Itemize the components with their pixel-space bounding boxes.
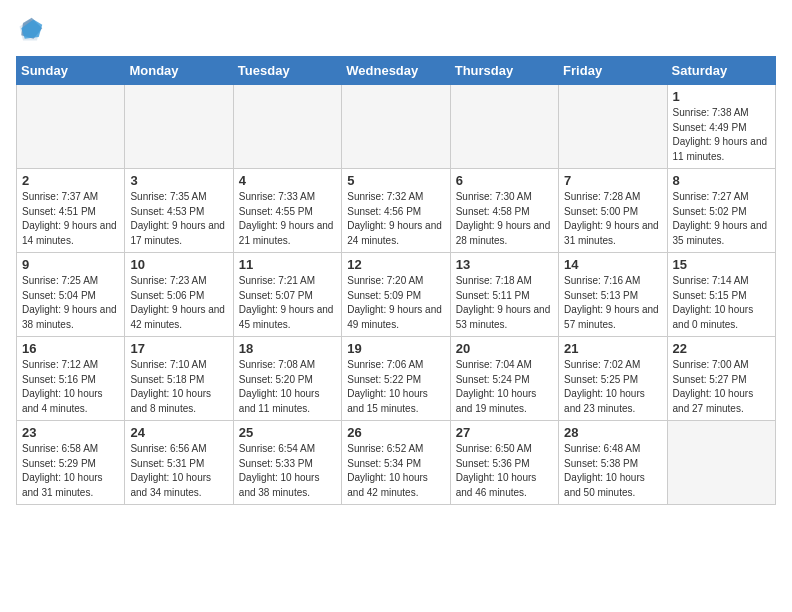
day-number: 21 — [564, 341, 661, 356]
day-number: 8 — [673, 173, 770, 188]
day-number: 15 — [673, 257, 770, 272]
day-number: 9 — [22, 257, 119, 272]
calendar-cell: 16Sunrise: 7:12 AM Sunset: 5:16 PM Dayli… — [17, 337, 125, 421]
calendar-cell: 24Sunrise: 6:56 AM Sunset: 5:31 PM Dayli… — [125, 421, 233, 505]
calendar-cell: 22Sunrise: 7:00 AM Sunset: 5:27 PM Dayli… — [667, 337, 775, 421]
calendar-cell: 11Sunrise: 7:21 AM Sunset: 5:07 PM Dayli… — [233, 253, 341, 337]
day-number: 14 — [564, 257, 661, 272]
calendar-cell: 3Sunrise: 7:35 AM Sunset: 4:53 PM Daylig… — [125, 169, 233, 253]
day-info: Sunrise: 7:25 AM Sunset: 5:04 PM Dayligh… — [22, 274, 119, 332]
calendar-cell: 6Sunrise: 7:30 AM Sunset: 4:58 PM Daylig… — [450, 169, 558, 253]
day-number: 19 — [347, 341, 444, 356]
day-info: Sunrise: 6:54 AM Sunset: 5:33 PM Dayligh… — [239, 442, 336, 500]
day-info: Sunrise: 7:00 AM Sunset: 5:27 PM Dayligh… — [673, 358, 770, 416]
calendar-cell: 12Sunrise: 7:20 AM Sunset: 5:09 PM Dayli… — [342, 253, 450, 337]
day-number: 23 — [22, 425, 119, 440]
calendar-cell: 26Sunrise: 6:52 AM Sunset: 5:34 PM Dayli… — [342, 421, 450, 505]
calendar-cell: 19Sunrise: 7:06 AM Sunset: 5:22 PM Dayli… — [342, 337, 450, 421]
day-number: 27 — [456, 425, 553, 440]
day-header-saturday: Saturday — [667, 57, 775, 85]
calendar-week-row: 16Sunrise: 7:12 AM Sunset: 5:16 PM Dayli… — [17, 337, 776, 421]
calendar-cell — [450, 85, 558, 169]
calendar-cell — [233, 85, 341, 169]
day-info: Sunrise: 7:20 AM Sunset: 5:09 PM Dayligh… — [347, 274, 444, 332]
calendar-cell: 25Sunrise: 6:54 AM Sunset: 5:33 PM Dayli… — [233, 421, 341, 505]
calendar-cell: 27Sunrise: 6:50 AM Sunset: 5:36 PM Dayli… — [450, 421, 558, 505]
day-header-tuesday: Tuesday — [233, 57, 341, 85]
calendar-header-row: SundayMondayTuesdayWednesdayThursdayFrid… — [17, 57, 776, 85]
day-info: Sunrise: 6:56 AM Sunset: 5:31 PM Dayligh… — [130, 442, 227, 500]
day-number: 20 — [456, 341, 553, 356]
day-info: Sunrise: 7:21 AM Sunset: 5:07 PM Dayligh… — [239, 274, 336, 332]
day-number: 12 — [347, 257, 444, 272]
day-number: 11 — [239, 257, 336, 272]
calendar-cell: 28Sunrise: 6:48 AM Sunset: 5:38 PM Dayli… — [559, 421, 667, 505]
day-info: Sunrise: 7:35 AM Sunset: 4:53 PM Dayligh… — [130, 190, 227, 248]
calendar-cell — [342, 85, 450, 169]
day-info: Sunrise: 7:28 AM Sunset: 5:00 PM Dayligh… — [564, 190, 661, 248]
day-number: 18 — [239, 341, 336, 356]
calendar-cell — [559, 85, 667, 169]
calendar-cell: 14Sunrise: 7:16 AM Sunset: 5:13 PM Dayli… — [559, 253, 667, 337]
calendar-week-row: 1Sunrise: 7:38 AM Sunset: 4:49 PM Daylig… — [17, 85, 776, 169]
logo-icon — [16, 16, 44, 44]
calendar-week-row: 9Sunrise: 7:25 AM Sunset: 5:04 PM Daylig… — [17, 253, 776, 337]
calendar-cell — [17, 85, 125, 169]
day-header-monday: Monday — [125, 57, 233, 85]
day-info: Sunrise: 7:18 AM Sunset: 5:11 PM Dayligh… — [456, 274, 553, 332]
day-info: Sunrise: 6:52 AM Sunset: 5:34 PM Dayligh… — [347, 442, 444, 500]
calendar-cell: 2Sunrise: 7:37 AM Sunset: 4:51 PM Daylig… — [17, 169, 125, 253]
calendar-cell: 8Sunrise: 7:27 AM Sunset: 5:02 PM Daylig… — [667, 169, 775, 253]
day-header-thursday: Thursday — [450, 57, 558, 85]
calendar-cell: 7Sunrise: 7:28 AM Sunset: 5:00 PM Daylig… — [559, 169, 667, 253]
day-info: Sunrise: 7:33 AM Sunset: 4:55 PM Dayligh… — [239, 190, 336, 248]
day-info: Sunrise: 7:27 AM Sunset: 5:02 PM Dayligh… — [673, 190, 770, 248]
calendar-cell — [125, 85, 233, 169]
day-info: Sunrise: 7:30 AM Sunset: 4:58 PM Dayligh… — [456, 190, 553, 248]
day-number: 28 — [564, 425, 661, 440]
day-header-sunday: Sunday — [17, 57, 125, 85]
day-number: 13 — [456, 257, 553, 272]
day-number: 17 — [130, 341, 227, 356]
day-info: Sunrise: 6:58 AM Sunset: 5:29 PM Dayligh… — [22, 442, 119, 500]
day-header-friday: Friday — [559, 57, 667, 85]
day-info: Sunrise: 7:14 AM Sunset: 5:15 PM Dayligh… — [673, 274, 770, 332]
day-info: Sunrise: 7:02 AM Sunset: 5:25 PM Dayligh… — [564, 358, 661, 416]
calendar-cell: 23Sunrise: 6:58 AM Sunset: 5:29 PM Dayli… — [17, 421, 125, 505]
calendar-week-row: 23Sunrise: 6:58 AM Sunset: 5:29 PM Dayli… — [17, 421, 776, 505]
day-number: 22 — [673, 341, 770, 356]
calendar-cell: 21Sunrise: 7:02 AM Sunset: 5:25 PM Dayli… — [559, 337, 667, 421]
calendar-cell: 13Sunrise: 7:18 AM Sunset: 5:11 PM Dayli… — [450, 253, 558, 337]
calendar-cell — [667, 421, 775, 505]
day-header-wednesday: Wednesday — [342, 57, 450, 85]
calendar-cell: 4Sunrise: 7:33 AM Sunset: 4:55 PM Daylig… — [233, 169, 341, 253]
calendar-cell: 15Sunrise: 7:14 AM Sunset: 5:15 PM Dayli… — [667, 253, 775, 337]
day-info: Sunrise: 7:38 AM Sunset: 4:49 PM Dayligh… — [673, 106, 770, 164]
day-number: 6 — [456, 173, 553, 188]
calendar-cell: 5Sunrise: 7:32 AM Sunset: 4:56 PM Daylig… — [342, 169, 450, 253]
calendar-cell: 18Sunrise: 7:08 AM Sunset: 5:20 PM Dayli… — [233, 337, 341, 421]
logo — [16, 16, 48, 44]
day-number: 4 — [239, 173, 336, 188]
day-number: 1 — [673, 89, 770, 104]
day-number: 10 — [130, 257, 227, 272]
day-info: Sunrise: 7:06 AM Sunset: 5:22 PM Dayligh… — [347, 358, 444, 416]
day-info: Sunrise: 7:04 AM Sunset: 5:24 PM Dayligh… — [456, 358, 553, 416]
calendar-cell: 10Sunrise: 7:23 AM Sunset: 5:06 PM Dayli… — [125, 253, 233, 337]
day-info: Sunrise: 7:32 AM Sunset: 4:56 PM Dayligh… — [347, 190, 444, 248]
day-info: Sunrise: 7:10 AM Sunset: 5:18 PM Dayligh… — [130, 358, 227, 416]
day-info: Sunrise: 6:50 AM Sunset: 5:36 PM Dayligh… — [456, 442, 553, 500]
day-number: 16 — [22, 341, 119, 356]
day-info: Sunrise: 6:48 AM Sunset: 5:38 PM Dayligh… — [564, 442, 661, 500]
calendar-cell: 1Sunrise: 7:38 AM Sunset: 4:49 PM Daylig… — [667, 85, 775, 169]
day-info: Sunrise: 7:37 AM Sunset: 4:51 PM Dayligh… — [22, 190, 119, 248]
day-number: 26 — [347, 425, 444, 440]
day-number: 2 — [22, 173, 119, 188]
day-info: Sunrise: 7:16 AM Sunset: 5:13 PM Dayligh… — [564, 274, 661, 332]
calendar-week-row: 2Sunrise: 7:37 AM Sunset: 4:51 PM Daylig… — [17, 169, 776, 253]
calendar-cell: 9Sunrise: 7:25 AM Sunset: 5:04 PM Daylig… — [17, 253, 125, 337]
day-info: Sunrise: 7:12 AM Sunset: 5:16 PM Dayligh… — [22, 358, 119, 416]
calendar-table: SundayMondayTuesdayWednesdayThursdayFrid… — [16, 56, 776, 505]
calendar-cell: 20Sunrise: 7:04 AM Sunset: 5:24 PM Dayli… — [450, 337, 558, 421]
day-number: 3 — [130, 173, 227, 188]
